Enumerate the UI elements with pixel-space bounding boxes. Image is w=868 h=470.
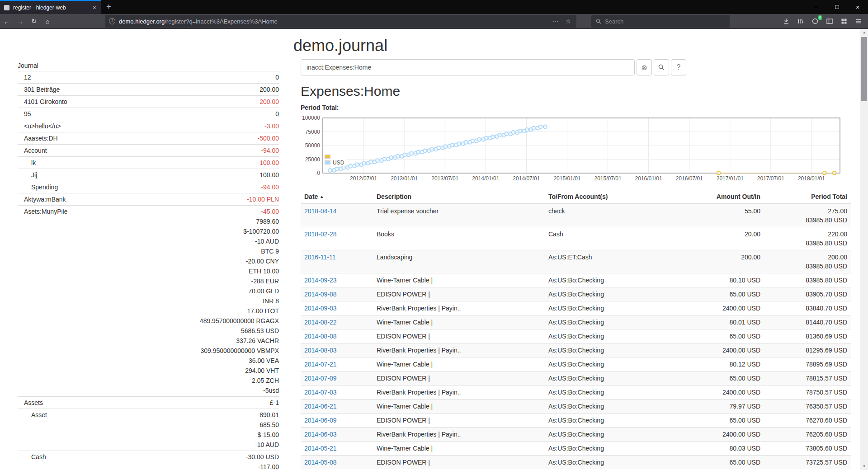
account-link[interactable]: Spending (18, 182, 58, 192)
scroll-up-icon[interactable]: ▲ (860, 29, 868, 36)
forward-button[interactable]: → (14, 18, 27, 25)
transaction-amount: 200.00 (680, 250, 764, 273)
clear-query-button[interactable]: ⊗ (637, 59, 652, 75)
transaction-date-link[interactable]: 2014-08-03 (304, 347, 337, 354)
account-link[interactable]: 4101 Girokonto (18, 97, 67, 107)
grid-icon[interactable] (840, 17, 848, 25)
extension-icon[interactable]: 6 (811, 17, 819, 25)
reload-button[interactable]: ↻ (27, 17, 41, 25)
transaction-date-link[interactable]: 2014-07-03 (304, 389, 337, 396)
window-close-button[interactable]: × (847, 0, 868, 14)
account-link[interactable]: Jij (18, 170, 37, 180)
transaction-date-link[interactable]: 2014-08-22 (304, 319, 337, 326)
window-maximize-button[interactable] (826, 0, 847, 14)
new-tab-button[interactable]: + (101, 0, 116, 14)
account-link[interactable]: 12 (18, 72, 31, 82)
account-link[interactable]: Aktywa:mBank (18, 194, 66, 204)
account-balance: 890.01685.50$-15.00-10 AUD (255, 410, 279, 450)
page-actions-icon[interactable]: ⋯ (551, 18, 560, 25)
transaction-account: As:US:Bo:Checking (545, 414, 680, 428)
svg-text:75000: 75000 (305, 129, 321, 135)
query-input[interactable] (301, 59, 635, 75)
menu-icon[interactable] (854, 17, 863, 25)
transaction-date-link[interactable]: 2014-09-03 (304, 305, 337, 312)
back-button[interactable]: ← (0, 18, 14, 25)
transaction-date-link[interactable]: 2014-08-08 (304, 333, 337, 340)
balance-amount: -117.00 (246, 462, 279, 470)
maximize-icon (835, 5, 839, 9)
account-link[interactable]: Asset (18, 410, 47, 450)
period-total-line: 83985.80 USD (768, 276, 847, 285)
account-link[interactable]: 95 (18, 109, 31, 119)
scroll-down-icon[interactable]: ▼ (860, 463, 868, 470)
transaction-date-link[interactable]: 2016-11-11 (304, 254, 336, 261)
transaction-account: As:US:Bo:Checking (545, 315, 680, 329)
submit-search-button[interactable] (654, 59, 669, 75)
chart-legend: USD (323, 153, 346, 166)
register-row: 2014-06-09EDISON POWER |As:US:Bo:Checkin… (301, 414, 851, 428)
balance-amount: 337.26 VACHR (200, 336, 279, 346)
account-link[interactable]: lk (18, 158, 36, 168)
site-info-icon[interactable]: i (109, 18, 115, 24)
transaction-account: As:US:Bo:Checking (545, 442, 680, 456)
page-scrollbar[interactable]: ▲ ▼ (860, 29, 868, 470)
browser-search-bar[interactable]: Search (591, 15, 730, 28)
account-link[interactable]: <u>hello</u> (18, 121, 61, 131)
tab-close-icon[interactable]: × (92, 4, 97, 11)
account-row: 301 Beiträge200.00 (18, 83, 279, 95)
sidebar-toggle-icon[interactable] (826, 17, 834, 25)
account-link[interactable]: Asets:MunyPile (18, 207, 67, 395)
period-total: 275.0083985.80 USD (764, 204, 851, 227)
account-link[interactable]: Assets (18, 398, 43, 408)
library-icon[interactable] (797, 17, 805, 25)
account-link[interactable]: Cash (18, 452, 46, 470)
bookmark-star-icon[interactable]: ☆ (564, 18, 572, 25)
account-link[interactable]: Account (18, 146, 47, 155)
col-header-date[interactable]: Date▲ (301, 190, 373, 204)
home-button[interactable]: ⌂ (41, 18, 54, 25)
scrollbar-thumb[interactable] (861, 37, 867, 101)
register-row: 2014-08-08EDISON POWER |As:US:Bo:Checkin… (301, 329, 851, 343)
period-total-line: 81295.69 USD (768, 346, 847, 355)
legend-label: USD (333, 160, 344, 166)
transaction-date-link[interactable]: 2014-05-08 (304, 459, 337, 466)
transaction-date-link[interactable]: 2014-06-03 (304, 431, 337, 438)
search-placeholder: Search (605, 18, 623, 25)
col-header-account[interactable]: To/From Account(s) (545, 190, 680, 204)
journal-link[interactable]: Journal (18, 61, 38, 70)
col-header-amount[interactable]: Amount Out/In (680, 190, 764, 204)
period-total: 76270.60 USD (764, 414, 851, 428)
transaction-amount: 80.10 USD (680, 273, 764, 287)
account-row: 4101 Girokonto-200.00 (18, 95, 279, 108)
account-link[interactable]: 301 Beiträge (18, 85, 60, 94)
account-link[interactable]: Aaasets:DH (18, 133, 58, 143)
transaction-date-link[interactable]: 2014-06-21 (304, 403, 337, 410)
col-header-description[interactable]: Description (373, 190, 545, 204)
legend-swatch-other-commodity (325, 155, 330, 159)
register-table: Date▲ Description To/From Account(s) Amo… (301, 190, 851, 469)
balance-amount: 294.00 VHT (200, 366, 279, 376)
transaction-date-link[interactable]: 2014-07-21 (304, 361, 337, 368)
transaction-date-link[interactable]: 2014-07-09 (304, 375, 337, 382)
period-total: 81295.69 USD (764, 343, 851, 357)
transaction-amount: 2400.00 USD (680, 301, 764, 315)
transaction-date-link[interactable]: 2018-04-14 (304, 207, 337, 215)
transaction-amount: 2400.00 USD (680, 343, 764, 357)
balance-amount: -3.00 (264, 121, 279, 131)
help-button[interactable]: ? (671, 59, 686, 75)
balance-amount: -45.00 (200, 207, 279, 216)
downloads-icon[interactable] (782, 17, 790, 25)
col-header-period-total[interactable]: Period Total (764, 190, 851, 204)
url-bar[interactable]: i demo.hledger.org/register?q=inacct%3AE… (105, 15, 576, 28)
transaction-date-link[interactable]: 2014-06-09 (304, 417, 337, 424)
transaction-date-link[interactable]: 2018-02-28 (304, 230, 337, 238)
transaction-amount: 80.12 USD (680, 357, 764, 371)
account-row: Spending-94.00 (18, 181, 279, 193)
register-row: 2014-08-03RiverBank Properties | Payin..… (301, 343, 851, 357)
url-text[interactable]: demo.hledger.org/register?q=inacct%3AExp… (119, 18, 547, 25)
browser-tab[interactable]: register - hledger-web × (0, 0, 101, 14)
transaction-date-link[interactable]: 2014-09-23 (304, 277, 337, 284)
transaction-date-link[interactable]: 2014-09-08 (304, 291, 337, 298)
window-minimize-button[interactable] (806, 0, 826, 14)
transaction-date-link[interactable]: 2014-05-21 (304, 445, 337, 452)
